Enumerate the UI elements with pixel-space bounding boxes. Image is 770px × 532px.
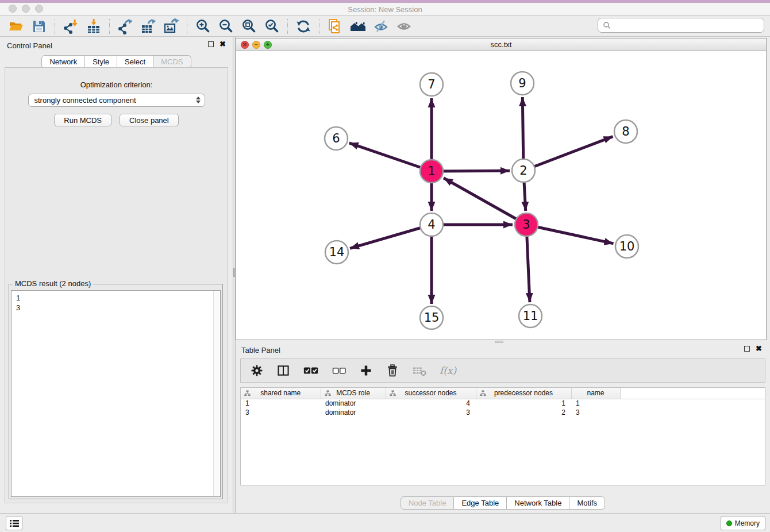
table-header-row: shared name MCDS role successor nodes pr… xyxy=(241,388,765,399)
close-panel-button[interactable]: Close panel xyxy=(120,114,179,126)
splitter-grip[interactable] xyxy=(233,268,235,277)
hide-selected-eye-slash-icon[interactable] xyxy=(372,18,390,35)
result-line: 1 xyxy=(16,293,215,303)
node-table: shared name MCDS role successor nodes pr… xyxy=(240,387,765,485)
result-line: 3 xyxy=(16,303,215,313)
memory-button[interactable]: Memory xyxy=(721,516,765,530)
mcds-result-textarea[interactable]: 1 3 xyxy=(11,290,221,497)
column-header-predecessor-nodes[interactable]: predecessor nodes xyxy=(476,388,571,399)
network-window-title: scc.txt xyxy=(236,40,766,49)
show-home-networks-icon[interactable] xyxy=(349,18,367,35)
tab-motifs[interactable]: Motifs xyxy=(569,496,605,510)
tab-mcds[interactable]: MCDS xyxy=(153,55,191,68)
toolbar-separator xyxy=(187,19,187,34)
tab-edge-table[interactable]: Edge Table xyxy=(454,496,507,510)
zoom-fit-icon[interactable] xyxy=(240,18,257,35)
toolbar-separator xyxy=(319,19,319,34)
criterion-select[interactable]: strongly connected component xyxy=(28,94,205,107)
application-window: Session: New Session xyxy=(0,0,770,532)
list-icon xyxy=(10,519,19,527)
memory-label: Memory xyxy=(735,519,760,527)
table-settings-gear-icon[interactable] xyxy=(250,363,264,379)
graph-edge-4-14[interactable] xyxy=(350,225,432,248)
graph-node-label: 6 xyxy=(332,132,340,145)
graph-node-label: 4 xyxy=(428,218,435,232)
network-window-titlebar[interactable]: ✕ − + scc.txt xyxy=(236,38,766,51)
table-row[interactable]: 3 dominator 3 2 3 xyxy=(241,408,765,417)
table-row[interactable]: 1 dominator 4 1 1 xyxy=(241,399,765,408)
function-builder-icon-disabled[interactable]: f(x) xyxy=(440,363,456,379)
table-panel-float-icon[interactable] xyxy=(744,346,750,352)
result-scrollbar[interactable] xyxy=(213,291,220,496)
column-header-mcds-role[interactable]: MCDS role xyxy=(321,388,386,399)
status-bar: Memory xyxy=(0,513,770,532)
main-toolbar xyxy=(0,16,770,37)
import-table-icon[interactable] xyxy=(85,18,102,35)
open-session-icon[interactable] xyxy=(7,18,25,35)
control-panel-title: Control Panel xyxy=(7,41,52,50)
zoom-in-icon[interactable] xyxy=(194,18,211,35)
toolbar-separator xyxy=(55,19,55,34)
network-canvas[interactable]: 7968124314101511 xyxy=(236,51,766,340)
toolbar-separator xyxy=(287,19,288,34)
graph-node-label: 10 xyxy=(619,240,635,253)
tab-select[interactable]: Select xyxy=(117,55,153,68)
table-panel-title: Table Panel xyxy=(241,346,280,354)
search-input[interactable] xyxy=(598,18,764,33)
tab-node-table[interactable]: Node Table xyxy=(401,496,455,510)
graph-edge-3-1[interactable] xyxy=(444,178,526,225)
export-network-icon[interactable] xyxy=(117,18,134,35)
titlebar-accent-strip xyxy=(0,0,770,3)
splitter-grip[interactable] xyxy=(495,341,503,343)
task-history-button[interactable] xyxy=(6,516,22,530)
toggle-column-pane-icon[interactable] xyxy=(276,363,290,379)
memory-status-dot xyxy=(726,521,732,526)
export-image-icon[interactable] xyxy=(163,18,180,35)
graph-node-label: 15 xyxy=(424,311,440,325)
delete-column-trash-icon[interactable] xyxy=(386,363,399,379)
column-header-filler xyxy=(620,388,765,399)
graph-edge-2-8[interactable] xyxy=(523,137,613,171)
graph-node-label: 3 xyxy=(522,218,530,232)
create-column-plus-icon[interactable] xyxy=(359,363,373,379)
window-title: Session: New Session xyxy=(0,5,770,14)
graph-edge-3-10[interactable] xyxy=(526,225,614,244)
table-panel-close-icon[interactable]: ✖ xyxy=(756,346,762,352)
select-stepper-icon xyxy=(196,97,201,103)
import-network-icon[interactable] xyxy=(62,18,79,35)
export-table-icon[interactable] xyxy=(140,18,157,35)
zoom-out-icon[interactable] xyxy=(217,18,234,35)
graph-node-label: 11 xyxy=(523,309,538,323)
table-toolbar: f(x) xyxy=(240,358,765,383)
control-panel-tabs: Network Style Select MCDS xyxy=(0,55,233,68)
column-header-shared-name[interactable]: shared name xyxy=(241,388,321,399)
control-panel-close-icon[interactable]: ✖ xyxy=(220,41,226,47)
table-panel: Table Panel ✖ xyxy=(236,344,770,513)
table-panel-tabs: Node Table Edge Table Network Table Moti… xyxy=(236,496,770,510)
column-header-successor-nodes[interactable]: successor nodes xyxy=(386,388,476,399)
graph-node-label: 8 xyxy=(622,125,629,138)
zoom-selected-icon[interactable] xyxy=(263,18,280,35)
run-mcds-button[interactable]: Run MCDS xyxy=(54,114,111,126)
refresh-layout-icon[interactable] xyxy=(295,18,312,35)
tab-style[interactable]: Style xyxy=(85,55,117,68)
show-hidden-eye-icon[interactable] xyxy=(395,18,413,35)
control-panel-float-icon[interactable] xyxy=(208,41,214,47)
unselect-all-columns-icon[interactable] xyxy=(332,363,346,379)
optimization-criterion-label: Optimization criterion: xyxy=(5,80,228,89)
graph-node-label: 7 xyxy=(428,78,435,91)
network-view-window: ✕ − + scc.txt 7968124314101511 xyxy=(236,38,767,340)
graph-edge-1-6[interactable] xyxy=(349,143,432,171)
save-session-icon[interactable] xyxy=(30,18,48,35)
graph-node-label: 2 xyxy=(519,164,527,178)
delete-table-icon-disabled[interactable] xyxy=(412,363,427,379)
tab-network[interactable]: Network xyxy=(41,55,85,68)
graph-node-label: 9 xyxy=(518,76,526,90)
new-network-from-selection-icon[interactable] xyxy=(326,18,344,35)
window-titlebar: Session: New Session xyxy=(0,0,770,16)
select-all-columns-icon[interactable] xyxy=(303,363,319,379)
graph-node-label: 1 xyxy=(428,164,435,178)
column-header-name[interactable]: name xyxy=(571,388,620,399)
criterion-selected-value: strongly connected component xyxy=(34,96,136,105)
tab-network-table[interactable]: Network Table xyxy=(507,496,569,510)
